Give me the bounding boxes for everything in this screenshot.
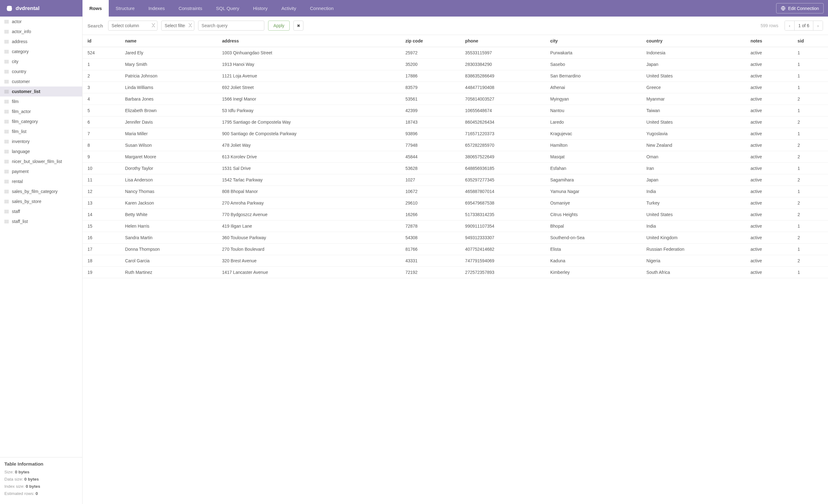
table-row[interactable]: 18Carol Garcia320 Brest Avenue4333174779… — [82, 255, 828, 267]
select-filter[interactable]: Select filter — [161, 20, 194, 31]
table-row[interactable]: 2Patricia Johnson1121 Loja Avenue1788683… — [82, 70, 828, 82]
cell: active — [746, 186, 793, 197]
select-column-input[interactable]: Select column — [108, 20, 158, 31]
cell: 5 — [82, 105, 120, 117]
table-row[interactable]: 8Susan Wilson478 Joliet Way7794865728228… — [82, 140, 828, 151]
tab-sql-query[interactable]: SQL Query — [209, 0, 246, 16]
col-id[interactable]: id — [82, 35, 120, 47]
svg-rect-87 — [4, 190, 9, 193]
sidebar-item-customer[interactable]: customer — [0, 77, 82, 87]
sidebar-item-country[interactable]: country — [0, 66, 82, 77]
sidebar-item-staff_list[interactable]: staff_list — [0, 216, 82, 226]
pager: ‹ 1 of 6 › — [785, 20, 823, 31]
search-input[interactable] — [198, 20, 264, 31]
sidebar-item-film_category[interactable]: film_category — [0, 117, 82, 127]
table-row[interactable]: 1Mary Smith1913 Hanoi Way352002830338429… — [82, 59, 828, 70]
sidebar-item-actor[interactable]: actor — [0, 16, 82, 27]
table-row[interactable]: 5Elizabeth Brown53 Idfu Parkway423991065… — [82, 105, 828, 117]
table-row[interactable]: 524Jared Ely1003 Qinhuangdao Street25972… — [82, 47, 828, 59]
table-row[interactable]: 4Barbara Jones1566 Inegl Manor5356170581… — [82, 93, 828, 105]
sidebar-item-customer_list[interactable]: customer_list — [0, 87, 82, 96]
col-address[interactable]: address — [217, 35, 401, 47]
col-notes[interactable]: notes — [746, 35, 793, 47]
cell: 1795 Santiago de Compostela Way — [217, 117, 401, 128]
sidebar-item-film[interactable]: film — [0, 96, 82, 106]
edit-connection-button[interactable]: Edit Connection — [776, 3, 824, 13]
sidebar-item-label: film_list — [12, 129, 27, 134]
cell: active — [746, 197, 793, 209]
table-row[interactable]: 15Helen Harris419 Iligan Lane72878990911… — [82, 221, 828, 232]
pager-next-button[interactable]: › — [813, 21, 823, 30]
cell: 81766 — [400, 243, 460, 255]
sidebar-item-rental[interactable]: rental — [0, 176, 82, 186]
cell: active — [746, 221, 793, 232]
table-icon — [4, 70, 9, 74]
col-name[interactable]: name — [120, 35, 217, 47]
sidebar-item-category[interactable]: category — [0, 47, 82, 56]
col-country[interactable]: country — [641, 35, 746, 47]
cell: active — [746, 151, 793, 163]
cell: 1417 Lancaster Avenue — [217, 267, 401, 278]
sidebar-item-staff[interactable]: staff — [0, 207, 82, 216]
table-row[interactable]: 3Linda Williams692 Joliet Street83579448… — [82, 82, 828, 93]
sidebar-item-payment[interactable]: payment — [0, 167, 82, 176]
table-row[interactable]: 11Lisa Anderson1542 Tarlac Parkway102763… — [82, 174, 828, 186]
sidebar-item-label: actor_info — [12, 29, 31, 34]
cell: 43331 — [400, 255, 460, 267]
sidebar-item-film_actor[interactable]: film_actor — [0, 106, 82, 117]
select-filter-input[interactable]: Select filter — [161, 20, 194, 31]
select-column[interactable]: Select column — [108, 20, 158, 31]
cell: 1 — [793, 59, 828, 70]
table-row[interactable]: 7Maria Miller900 Santiago de Compostela … — [82, 128, 828, 140]
cell: 54308 — [400, 232, 460, 243]
sidebar-item-sales_by_store[interactable]: sales_by_store — [0, 196, 82, 207]
table-wrap[interactable]: idnameaddresszip codephonecitycountrynot… — [82, 35, 828, 504]
table-row[interactable]: 10Dorothy Taylor1531 Sal Drive5362864885… — [82, 163, 828, 174]
cell: Laredo — [545, 117, 641, 128]
sidebar-item-address[interactable]: address — [0, 37, 82, 47]
table-row[interactable]: 14Betty White770 Bydgoszcz Avenue1626651… — [82, 209, 828, 221]
tab-rows[interactable]: Rows — [82, 0, 109, 16]
sidebar-item-label: actor — [12, 19, 22, 24]
sidebar-table-list[interactable]: actoractor_infoaddresscategorycitycountr… — [0, 16, 82, 457]
table-icon — [4, 130, 9, 133]
table-row[interactable]: 13Karen Jackson270 Amroha Parkway2961069… — [82, 197, 828, 209]
cell: 692 Joliet Street — [217, 82, 401, 93]
sidebar-item-language[interactable]: language — [0, 146, 82, 156]
pager-prev-button[interactable]: ‹ — [785, 21, 794, 30]
table-row[interactable]: 17Donna Thompson270 Toulon Boulevard8176… — [82, 243, 828, 255]
sidebar-item-city[interactable]: city — [0, 56, 82, 66]
brand[interactable]: dvdrental — [0, 0, 82, 16]
sidebar-item-actor_info[interactable]: actor_info — [0, 27, 82, 37]
table-row[interactable]: 19Ruth Martinez1417 Lancaster Avenue7219… — [82, 267, 828, 278]
cell: Hamilton — [545, 140, 641, 151]
apply-button[interactable]: Apply — [268, 20, 290, 31]
table-row[interactable]: 12Nancy Thomas808 Bhopal Manor1067246588… — [82, 186, 828, 197]
svg-rect-22 — [4, 60, 9, 63]
col-city[interactable]: city — [545, 35, 641, 47]
sidebar-item-film_list[interactable]: film_list — [0, 127, 82, 136]
svg-rect-82 — [4, 180, 9, 183]
table-row[interactable]: 6Jennifer Davis1795 Santiago de Composte… — [82, 117, 828, 128]
tab-indexes[interactable]: Indexes — [141, 0, 172, 16]
cell: active — [746, 128, 793, 140]
tab-activity[interactable]: Activity — [274, 0, 303, 16]
table-row[interactable]: 9Margaret Moore613 Korolev Drive45844380… — [82, 151, 828, 163]
col-sid[interactable]: sid — [793, 35, 828, 47]
tab-history[interactable]: History — [246, 0, 275, 16]
cell: active — [746, 209, 793, 221]
cell: active — [746, 174, 793, 186]
col-phone[interactable]: phone — [460, 35, 545, 47]
svg-rect-47 — [4, 110, 9, 113]
sidebar-item-inventory[interactable]: inventory — [0, 136, 82, 146]
clear-button[interactable]: ✖ — [293, 20, 303, 31]
tab-constraints[interactable]: Constraints — [171, 0, 209, 16]
col-zip-code[interactable]: zip code — [400, 35, 460, 47]
tab-structure[interactable]: Structure — [109, 0, 141, 16]
sidebar-item-nicer_but_slower_film_list[interactable]: nicer_but_slower_film_list — [0, 156, 82, 167]
tab-connection[interactable]: Connection — [303, 0, 340, 16]
cell: Kaduna — [545, 255, 641, 267]
table-row[interactable]: 16Sandra Martin360 Toulouse Parkway54308… — [82, 232, 828, 243]
sidebar-item-sales_by_film_category[interactable]: sales_by_film_category — [0, 186, 82, 196]
cell: Yugoslavia — [641, 128, 746, 140]
